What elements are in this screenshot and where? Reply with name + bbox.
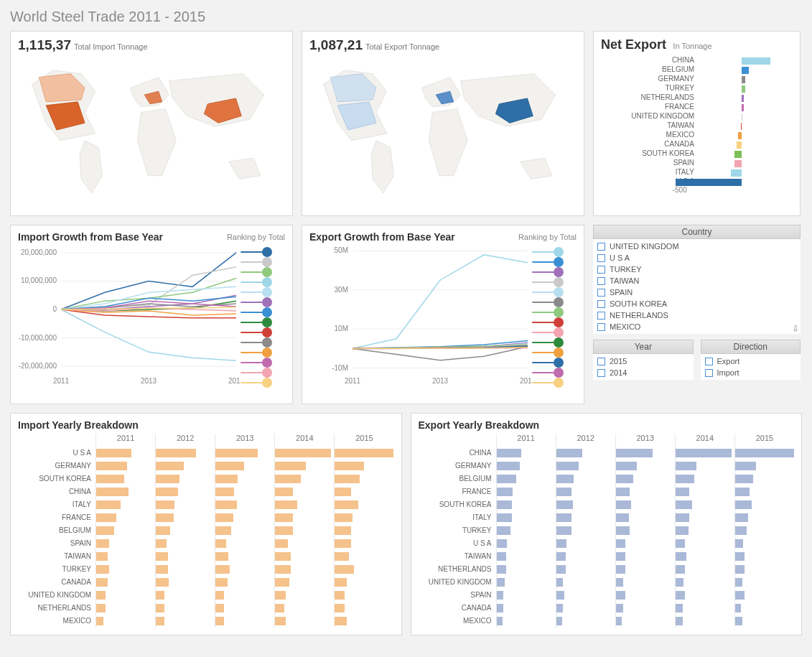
checkbox-icon[interactable] (705, 369, 713, 377)
breakdown-cell[interactable] (335, 447, 393, 460)
legend-item[interactable] (532, 307, 577, 317)
breakdown-cell[interactable] (497, 447, 556, 460)
breakdown-cell[interactable] (676, 485, 734, 498)
breakdown-cell[interactable] (215, 460, 274, 472)
breakdown-cell[interactable] (676, 563, 734, 576)
breakdown-cell[interactable] (156, 602, 215, 615)
breakdown-cell[interactable] (96, 615, 155, 628)
breakdown-cell[interactable] (497, 460, 556, 472)
import-breakdown-chart[interactable]: U S AGERMANYSOUTH KOREACHINAITALYFRANCEB… (18, 434, 394, 628)
breakdown-cell[interactable] (335, 589, 393, 602)
breakdown-year-head[interactable]: 2014 (676, 434, 734, 447)
net-export-row[interactable]: MEXICO (601, 130, 793, 139)
legend-item[interactable] (532, 337, 577, 348)
legend-item[interactable] (241, 277, 285, 287)
breakdown-cell[interactable] (156, 511, 215, 524)
breakdown-cell[interactable] (156, 472, 215, 485)
breakdown-cell[interactable] (96, 460, 155, 472)
breakdown-cell[interactable] (96, 472, 155, 485)
legend-item[interactable] (532, 297, 577, 307)
net-export-row[interactable]: SPAIN (601, 158, 793, 167)
net-export-bar[interactable] (738, 132, 742, 139)
breakdown-cell[interactable] (735, 537, 794, 550)
checkbox-icon[interactable] (597, 358, 605, 365)
net-export-bar[interactable] (742, 76, 745, 83)
filter-option[interactable]: TURKEY (597, 264, 796, 275)
legend-item[interactable] (241, 368, 285, 378)
legend-item[interactable] (532, 287, 577, 297)
breakdown-cell[interactable] (275, 615, 334, 628)
net-export-bar[interactable] (734, 160, 742, 167)
filter-option[interactable]: TAIWAN (597, 275, 796, 286)
breakdown-cell[interactable] (156, 460, 215, 472)
breakdown-cell[interactable] (96, 498, 155, 511)
filter-option[interactable]: 2015 (597, 355, 689, 367)
breakdown-cell[interactable] (616, 589, 675, 602)
breakdown-cell[interactable] (96, 576, 155, 589)
checkbox-icon[interactable] (597, 289, 605, 297)
filter-option[interactable]: SPAIN (597, 286, 796, 298)
breakdown-year-head[interactable]: 2011 (96, 434, 155, 447)
legend-item[interactable] (241, 267, 285, 277)
breakdown-cell[interactable] (497, 485, 556, 498)
net-export-row[interactable]: ITALY (601, 167, 793, 177)
breakdown-cell[interactable] (735, 472, 794, 485)
net-export-bar[interactable] (742, 67, 749, 74)
checkbox-icon[interactable] (705, 358, 713, 365)
breakdown-cell[interactable] (497, 615, 556, 628)
breakdown-cell[interactable] (556, 563, 615, 576)
net-export-row[interactable]: GERMANY (601, 74, 793, 83)
breakdown-cell[interactable] (275, 524, 334, 537)
breakdown-cell[interactable] (556, 576, 615, 589)
breakdown-cell[interactable] (556, 589, 615, 602)
breakdown-cell[interactable] (335, 511, 393, 524)
breakdown-cell[interactable] (616, 472, 675, 485)
filter-option[interactable]: NETHERLANDS (597, 309, 796, 321)
filter-country-head[interactable]: Country (593, 225, 801, 239)
breakdown-cell[interactable] (735, 498, 794, 511)
legend-item[interactable] (532, 327, 577, 337)
checkbox-icon[interactable] (597, 243, 605, 251)
breakdown-cell[interactable] (275, 589, 334, 602)
breakdown-cell[interactable] (156, 498, 215, 511)
net-export-bar[interactable] (676, 179, 742, 186)
breakdown-cell[interactable] (556, 460, 615, 472)
breakdown-cell[interactable] (616, 576, 675, 589)
breakdown-cell[interactable] (275, 511, 334, 524)
breakdown-cell[interactable] (215, 511, 274, 524)
net-export-row[interactable]: TURKEY (601, 83, 793, 93)
checkbox-icon[interactable] (597, 266, 605, 274)
breakdown-cell[interactable] (215, 537, 274, 550)
breakdown-cell[interactable] (497, 537, 556, 550)
breakdown-cell[interactable] (96, 563, 155, 576)
breakdown-cell[interactable] (497, 511, 556, 524)
breakdown-cell[interactable] (676, 447, 734, 460)
filter-option[interactable]: 2014 (597, 367, 689, 378)
breakdown-cell[interactable] (676, 472, 734, 485)
breakdown-cell[interactable] (156, 589, 215, 602)
breakdown-cell[interactable] (275, 460, 334, 472)
breakdown-cell[interactable] (616, 511, 675, 524)
legend-item[interactable] (241, 327, 285, 337)
breakdown-cell[interactable] (676, 550, 734, 563)
breakdown-cell[interactable] (735, 524, 794, 537)
net-export-bar[interactable] (731, 169, 742, 177)
net-export-row[interactable]: FRANCE (601, 102, 793, 111)
breakdown-cell[interactable] (735, 563, 794, 576)
breakdown-cell[interactable] (676, 537, 734, 550)
breakdown-cell[interactable] (275, 537, 334, 550)
breakdown-cell[interactable] (156, 537, 215, 550)
breakdown-cell[interactable] (275, 602, 334, 615)
legend-item[interactable] (241, 297, 285, 307)
breakdown-cell[interactable] (676, 576, 734, 589)
breakdown-cell[interactable] (497, 550, 556, 563)
breakdown-cell[interactable] (497, 472, 556, 485)
breakdown-cell[interactable] (616, 602, 675, 615)
breakdown-cell[interactable] (556, 550, 615, 563)
filter-direction-head[interactable]: Direction (701, 340, 801, 354)
net-export-row[interactable]: TAIWAN (601, 121, 793, 130)
breakdown-cell[interactable] (96, 589, 155, 602)
checkbox-icon[interactable] (597, 277, 605, 285)
net-export-bar[interactable] (742, 95, 744, 102)
breakdown-cell[interactable] (676, 602, 734, 615)
